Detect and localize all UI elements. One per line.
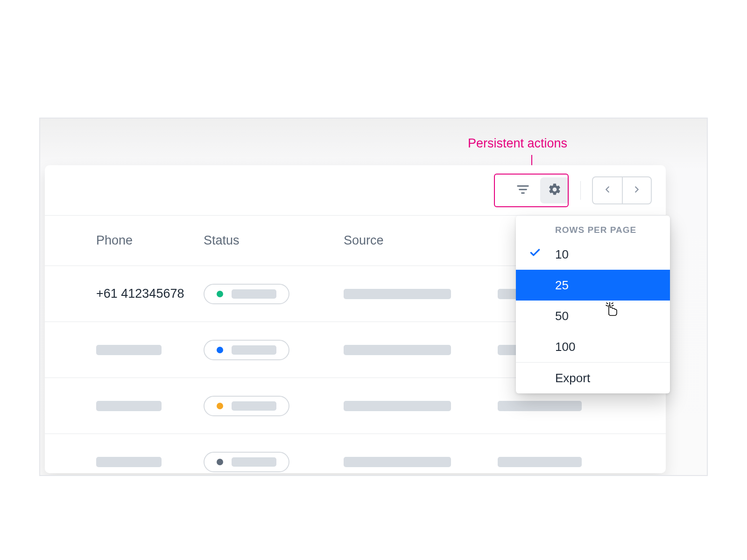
placeholder-bar <box>498 457 582 467</box>
column-header-status[interactable]: Status <box>199 233 339 248</box>
persistent-actions-group <box>508 177 569 203</box>
menu-item-label: 100 <box>555 340 575 354</box>
filter-button[interactable] <box>508 177 537 203</box>
placeholder-bar <box>232 457 276 467</box>
menu-item-rows-50[interactable]: 50 <box>516 301 670 331</box>
cell-status <box>199 284 339 304</box>
prev-page-button[interactable] <box>593 177 622 203</box>
placeholder-bar <box>344 345 451 355</box>
cell-phone <box>45 345 199 355</box>
cell-phone <box>45 457 199 467</box>
cell-phone: +61 412345678 <box>45 287 199 301</box>
pagination-group <box>592 176 652 204</box>
menu-item-label: 10 <box>555 247 569 262</box>
placeholder-bar <box>96 401 162 411</box>
toolbar-divider <box>580 181 581 200</box>
placeholder-bar <box>96 345 162 355</box>
cell-source <box>339 457 493 467</box>
status-pill <box>204 340 289 360</box>
settings-button[interactable] <box>540 177 569 203</box>
filter-icon <box>516 182 530 198</box>
cell-extra <box>493 457 614 467</box>
cell-source <box>339 401 493 411</box>
column-header-source[interactable]: Source <box>339 233 493 248</box>
cell-status <box>199 340 339 360</box>
menu-item-label: Export <box>555 371 590 385</box>
chevron-right-icon <box>632 184 642 196</box>
placeholder-bar <box>96 457 162 467</box>
check-icon <box>529 247 541 262</box>
cell-extra <box>493 401 614 411</box>
placeholder-bar <box>498 401 582 411</box>
cell-status <box>199 452 339 472</box>
next-page-button[interactable] <box>622 177 651 203</box>
menu-item-rows-10[interactable]: 10 <box>516 239 670 270</box>
menu-item-rows-25[interactable]: 25 <box>516 270 670 301</box>
status-dot-icon <box>217 403 223 409</box>
placeholder-bar <box>344 457 451 467</box>
menu-item-label: 25 <box>555 278 569 293</box>
table-row[interactable] <box>45 434 666 476</box>
placeholder-bar <box>344 401 451 411</box>
gear-icon <box>548 182 562 198</box>
menu-item-rows-100[interactable]: 100 <box>516 331 670 362</box>
placeholder-bar <box>232 345 276 355</box>
cell-source <box>339 289 493 299</box>
example-stage: Persistent actions <box>39 118 708 476</box>
column-header-phone[interactable]: Phone <box>45 233 199 248</box>
cell-status <box>199 396 339 416</box>
table-toolbar <box>45 165 666 216</box>
annotation-label: Persistent actions <box>468 136 567 151</box>
menu-item-label: 50 <box>555 309 569 323</box>
status-pill <box>204 452 289 472</box>
settings-dropdown-menu: ROWS PER PAGE 102550100 Export <box>516 216 670 393</box>
cell-source <box>339 345 493 355</box>
placeholder-bar <box>232 401 276 411</box>
menu-section-header: ROWS PER PAGE <box>516 216 670 239</box>
chevron-left-icon <box>602 184 613 196</box>
cell-phone <box>45 401 199 411</box>
status-dot-icon <box>217 459 223 465</box>
status-pill <box>204 396 289 416</box>
status-pill <box>204 284 289 304</box>
menu-item-export[interactable]: Export <box>516 363 670 393</box>
status-dot-icon <box>217 347 223 353</box>
placeholder-bar <box>344 289 451 299</box>
status-dot-icon <box>217 291 223 297</box>
placeholder-bar <box>232 289 276 299</box>
